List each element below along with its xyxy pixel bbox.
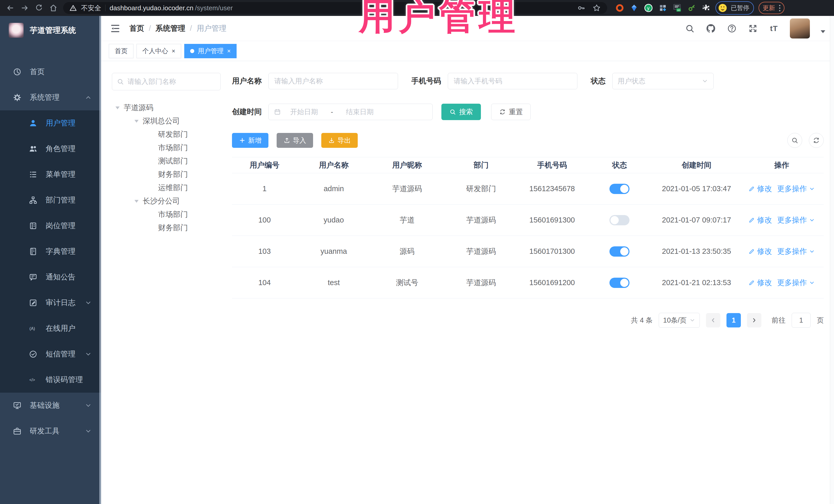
tree-node-label: 市场部门: [158, 143, 188, 153]
tab-profile[interactable]: 个人中心 ×: [136, 44, 181, 58]
user-avatar[interactable]: [790, 19, 810, 39]
department-search[interactable]: [112, 73, 221, 90]
font-size-icon[interactable]: tT: [769, 23, 779, 34]
sidebar-item-roles[interactable]: 角色管理: [0, 136, 101, 162]
tree-node[interactable]: 财务部门: [112, 221, 221, 235]
search-button[interactable]: 搜索: [441, 104, 481, 120]
close-icon[interactable]: ×: [172, 48, 175, 54]
next-page-button[interactable]: [747, 313, 761, 327]
ext-green-key-icon[interactable]: [687, 3, 697, 13]
extensions-puzzle-icon[interactable]: [701, 3, 711, 13]
prev-page-button[interactable]: [706, 313, 720, 327]
tree-node[interactable]: 研发部门: [112, 128, 221, 141]
sidebar-item-dictionary[interactable]: 字典管理: [0, 239, 101, 264]
mobile-input[interactable]: [448, 73, 577, 89]
sidebar-item-audit-log[interactable]: 审计日志: [0, 290, 101, 316]
ext-blue-gem-icon[interactable]: [629, 3, 639, 13]
ext-green-circle-icon[interactable]: y: [643, 3, 653, 13]
more-actions-link[interactable]: 更多操作: [777, 246, 815, 257]
refresh-table-button[interactable]: [809, 133, 824, 148]
sidebar-item-posts[interactable]: 岗位管理: [0, 213, 101, 239]
more-actions-link[interactable]: 更多操作: [777, 215, 815, 225]
sidebar-scrollbar[interactable]: [99, 16, 101, 504]
sidebar-item-infrastructure[interactable]: 基础设施: [0, 393, 101, 418]
sidebar-item-notices[interactable]: 通知公告: [0, 264, 101, 290]
current-page-button[interactable]: 1: [726, 313, 741, 327]
github-icon[interactable]: [706, 23, 716, 34]
sidebar-item-label: 通知公告: [46, 272, 75, 282]
search-icon[interactable]: [685, 23, 695, 34]
more-actions-link[interactable]: 更多操作: [777, 278, 815, 288]
close-icon[interactable]: ×: [227, 48, 231, 54]
password-key-icon[interactable]: [577, 4, 586, 12]
sidebar-logo-row[interactable]: 芋道管理系统: [0, 16, 101, 45]
caret-expanded-icon[interactable]: [115, 107, 119, 109]
security-warning-icon[interactable]: [69, 4, 77, 12]
tree-node[interactable]: 长沙分公司: [112, 195, 221, 208]
tree-node[interactable]: 财务部门: [112, 168, 221, 181]
reset-button[interactable]: 重置: [491, 104, 531, 120]
ext-orange-ring-icon[interactable]: [615, 3, 624, 13]
browser-back-icon[interactable]: [6, 3, 15, 13]
tree-node[interactable]: 芋道源码: [112, 101, 221, 114]
browser-forward-icon[interactable]: [20, 3, 29, 13]
tab-user-management[interactable]: 用户管理 ×: [184, 44, 237, 58]
sidebar-item-online-users[interactable]: (A) 在线用户: [0, 316, 101, 341]
browser-profile-chip[interactable]: 已暂停: [716, 1, 754, 15]
tree-node[interactable]: 市场部门: [112, 208, 221, 221]
add-button[interactable]: 新增: [232, 133, 268, 148]
caret-expanded-icon[interactable]: [134, 200, 138, 203]
url-path[interactable]: /system/user: [195, 4, 233, 12]
caret-expanded-icon[interactable]: [134, 120, 138, 123]
sidebar-item-system[interactable]: 系统管理: [0, 85, 101, 110]
filter-row-2: 创建时间 开始日期 - 结束日期 搜索 重置: [232, 104, 824, 120]
edit-link[interactable]: 修改: [748, 215, 772, 225]
sidebar-item-departments[interactable]: 部门管理: [0, 187, 101, 213]
help-icon[interactable]: [727, 23, 737, 34]
address-bar[interactable]: 不安全 dashboard.yudao.iocoder.cn/system/us…: [63, 2, 607, 14]
edit-link[interactable]: 修改: [748, 246, 772, 257]
ext-on-badge-icon[interactable]: on: [672, 3, 682, 13]
browser-update-button[interactable]: 更新: [759, 2, 785, 14]
tree-node[interactable]: 运维部门: [112, 181, 221, 195]
collapse-sidebar-icon[interactable]: [110, 23, 120, 34]
page-size-select[interactable]: 10条/页: [659, 313, 700, 328]
username-input[interactable]: [268, 73, 398, 89]
sidebar-item-devtools[interactable]: 研发工具: [0, 418, 101, 444]
status-toggle[interactable]: [610, 215, 630, 225]
status-toggle[interactable]: [610, 184, 630, 194]
toggle-search-button[interactable]: [787, 133, 802, 148]
tree-node[interactable]: 市场部门: [112, 141, 221, 154]
avatar-caret-icon[interactable]: [821, 30, 825, 33]
breadcrumb-home[interactable]: 首页: [129, 23, 144, 34]
department-search-input[interactable]: [128, 78, 216, 86]
sidebar-item-home[interactable]: 首页: [0, 59, 101, 85]
tree-node[interactable]: 深圳总公司: [112, 114, 221, 128]
status-select[interactable]: 用户状态: [612, 73, 714, 89]
goto-page-input[interactable]: [792, 313, 811, 328]
status-toggle[interactable]: [610, 246, 630, 257]
sidebar-item-menus[interactable]: 菜单管理: [0, 162, 101, 187]
sidebar-item-error-codes[interactable]: </> 错误码管理: [0, 367, 101, 393]
browser-reload-icon[interactable]: [35, 3, 44, 13]
browser-menu-kebab-icon[interactable]: [779, 5, 781, 11]
status-toggle[interactable]: [610, 278, 630, 288]
export-button[interactable]: 导出: [321, 133, 358, 148]
page-scrollbar[interactable]: [830, 16, 834, 504]
fullscreen-icon[interactable]: [748, 23, 758, 34]
url-host[interactable]: dashboard.yudao.iocoder.cn: [110, 4, 194, 12]
edit-link[interactable]: 修改: [748, 184, 772, 194]
tree-node[interactable]: 测试部门: [112, 154, 221, 168]
sidebar-item-users[interactable]: 用户管理: [0, 110, 101, 136]
more-actions-link[interactable]: 更多操作: [777, 184, 815, 194]
sidebar-item-sms[interactable]: 短信管理: [0, 341, 101, 367]
security-label[interactable]: 不安全: [81, 4, 101, 13]
browser-home-icon[interactable]: [49, 3, 58, 13]
breadcrumb-system[interactable]: 系统管理: [155, 23, 185, 34]
ext-grid-icon[interactable]: [658, 3, 668, 13]
date-range-picker[interactable]: 开始日期 - 结束日期: [268, 104, 433, 120]
bookmark-star-icon[interactable]: [592, 4, 601, 12]
edit-link[interactable]: 修改: [748, 278, 772, 288]
tab-home[interactable]: 首页: [109, 44, 133, 58]
import-button[interactable]: 导入: [277, 133, 313, 148]
